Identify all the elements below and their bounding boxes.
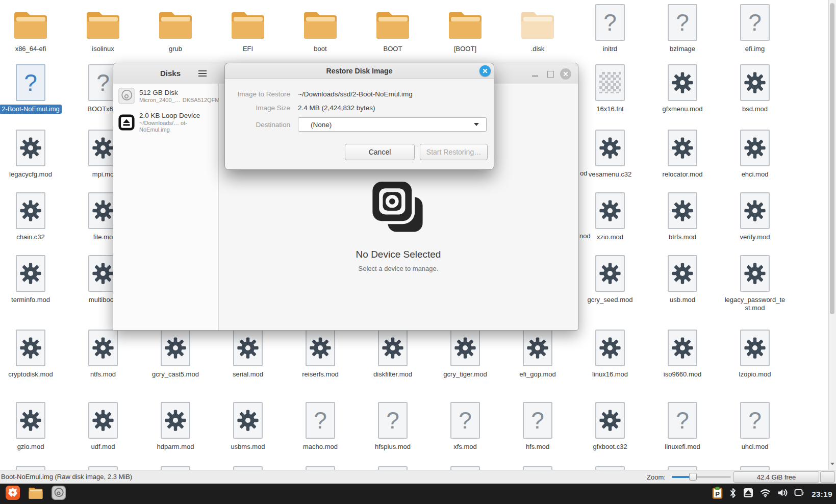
file-label: 16x16.fnt	[594, 105, 626, 114]
file-item[interactable]: ?2-Boot-NoEmul.img	[0, 61, 64, 114]
file-item[interactable]: efi_gop.mod	[504, 326, 571, 379]
file-item[interactable]: iso9660.mod	[649, 326, 716, 379]
file-item[interactable]: udf.mod	[70, 399, 136, 451]
file-item[interactable]: ?xfs.mod	[432, 399, 498, 451]
file-item[interactable]: cryptodisk.mod	[0, 326, 64, 379]
file-item[interactable]: ?linuxefi.mod	[649, 399, 716, 451]
disks-launcher[interactable]	[51, 485, 66, 502]
clock[interactable]: 23:19	[812, 490, 832, 498]
file-item[interactable]: grub	[142, 1, 209, 54]
file-item[interactable]: isolinux	[70, 1, 136, 54]
device-name: 512 GB Disk	[139, 89, 214, 97]
file-item[interactable]: verify.mod	[722, 189, 788, 242]
file-item[interactable]: gzio.mod	[0, 399, 64, 451]
file-label: reiserfs.mod	[300, 370, 341, 379]
unknown-file-icon: ?	[595, 4, 625, 41]
module-file-icon	[16, 255, 45, 292]
no-device-icon	[367, 177, 429, 239]
bluetooth-icon[interactable]	[729, 488, 737, 500]
cancel-button[interactable]: Cancel	[345, 144, 415, 160]
file-item[interactable]: usb.mod	[649, 252, 716, 305]
partial-file-label: od	[580, 169, 587, 177]
file-item[interactable]: lzopio.mod	[722, 326, 788, 379]
device-list-item[interactable]: 512 GB Disk Micron_2400_… DKBA512QFM	[113, 84, 218, 108]
brave-launcher[interactable]	[5, 485, 20, 502]
file-label: hfs.mod	[524, 442, 551, 451]
file-item[interactable]: ?bzImage	[649, 1, 716, 54]
file-item[interactable]: bsd.mod	[722, 61, 788, 114]
close-button[interactable]	[560, 68, 572, 80]
file-label: efi_gop.mod	[517, 370, 558, 379]
file-item[interactable]: ?hfsplus.mod	[360, 399, 426, 451]
dialog-close-button[interactable]	[479, 65, 491, 77]
dialog-title: Restore Disk Image	[225, 67, 494, 75]
file-item[interactable]: .disk	[504, 1, 571, 54]
file-item[interactable]: ntfs.mod	[70, 326, 136, 379]
file-item[interactable]: BOOT	[360, 1, 426, 54]
scrollbar-track[interactable]	[828, 0, 836, 470]
files-launcher[interactable]	[28, 486, 44, 502]
file-item[interactable]: 16x16.fnt	[577, 61, 643, 114]
file-item[interactable]: ?uhci.mod	[722, 399, 788, 451]
field-label-size: Image Size	[233, 104, 290, 112]
dialog-titlebar[interactable]: Restore Disk Image	[225, 63, 494, 79]
zoom-slider-thumb[interactable]	[689, 473, 697, 481]
file-item[interactable]: legacycfg.mod	[0, 127, 64, 179]
file-label: cryptodisk.mod	[6, 370, 55, 379]
file-item[interactable]: usbms.mod	[215, 399, 281, 451]
file-label: macho.mod	[301, 442, 340, 451]
file-item[interactable]: ?efi.img	[722, 1, 788, 54]
start-restoring-button[interactable]: Start Restoring…	[420, 144, 488, 160]
file-item[interactable]: terminfo.mod	[0, 252, 64, 305]
scrollbar-down-button[interactable]	[829, 460, 836, 468]
clipboard-tray-icon[interactable]: P	[712, 487, 723, 501]
file-label: gcry_cast5.mod	[150, 370, 201, 379]
file-item[interactable]: ehci.mod	[722, 127, 788, 179]
file-item[interactable]: diskfilter.mod	[360, 326, 426, 379]
volume-icon[interactable]	[777, 488, 788, 499]
device-list-item[interactable]: 2.0 KB Loop Device ~/Downloads/… ot-NoEm…	[113, 108, 218, 137]
hamburger-menu-button[interactable]	[196, 68, 209, 79]
zoom-slider[interactable]	[672, 476, 731, 478]
file-item[interactable]: chain.c32	[0, 189, 64, 242]
file-label: gzio.mod	[15, 442, 46, 451]
eject-tray-icon[interactable]	[743, 488, 753, 500]
statusbar-corner	[820, 471, 835, 483]
file-item[interactable]: reiserfs.mod	[287, 326, 353, 379]
scrollbar-thumb[interactable]	[830, 3, 834, 314]
file-item[interactable]: x86_64-efi	[0, 1, 64, 54]
module-file-icon	[595, 402, 625, 439]
file-item[interactable]: relocator.mod	[649, 127, 716, 179]
destination-dropdown[interactable]: (None)	[298, 117, 487, 132]
file-label: efi.img	[743, 44, 767, 54]
file-item[interactable]: linux16.mod	[577, 326, 643, 379]
file-item[interactable]: boot	[287, 1, 353, 54]
window-title: Disks	[160, 69, 181, 78]
file-item[interactable]: legacy_password_test.mod	[722, 252, 788, 313]
file-item[interactable]: ?initrd	[577, 1, 643, 54]
file-label: terminfo.mod	[9, 295, 52, 305]
file-item[interactable]: hdparm.mod	[142, 399, 209, 451]
file-item[interactable]: EFI	[215, 1, 281, 54]
file-label: uhci.mod	[740, 442, 771, 451]
battery-icon[interactable]	[794, 488, 805, 500]
file-label: btrfs.mod	[667, 233, 698, 242]
minimize-button[interactable]	[529, 68, 541, 80]
module-file-icon	[740, 192, 770, 229]
module-file-icon	[16, 330, 45, 366]
file-item[interactable]: [BOOT]	[432, 1, 498, 54]
file-item[interactable]: gfxmenu.mod	[649, 61, 716, 114]
module-file-icon	[161, 402, 190, 439]
file-item[interactable]: btrfs.mod	[649, 189, 716, 242]
wifi-icon[interactable]	[760, 489, 771, 499]
file-item[interactable]: gcry_tiger.mod	[432, 326, 498, 379]
module-file-icon	[740, 330, 770, 366]
file-item[interactable]: gfxboot.c32	[577, 399, 643, 451]
file-item[interactable]: gcry_cast5.mod	[142, 326, 209, 379]
maximize-button[interactable]	[544, 68, 556, 80]
file-label: x86_64-efi	[13, 44, 48, 54]
file-item[interactable]: ?macho.mod	[287, 399, 353, 451]
file-item[interactable]: ?hfs.mod	[504, 399, 571, 451]
file-item[interactable]: serial.mod	[215, 326, 281, 379]
file-item[interactable]: gcry_seed.mod	[577, 252, 643, 305]
